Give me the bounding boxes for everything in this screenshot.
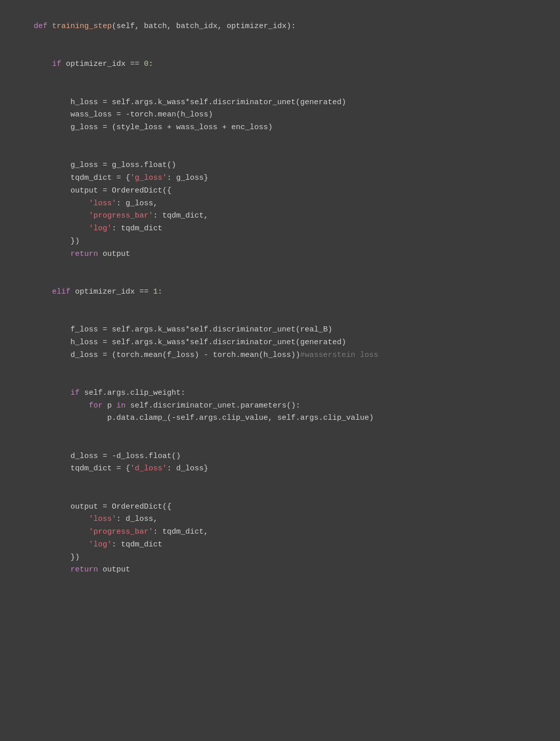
code-empty-line (15, 488, 545, 501)
code-token-plain: d_loss = -d_loss.float() (15, 452, 181, 461)
code-token-plain: g_loss = (style_loss + wass_loss + enc_l… (15, 123, 273, 132)
code-line: if self.args.clip_weight: (15, 387, 545, 400)
code-token-plain (15, 224, 89, 233)
code-token-plain: g_loss = g_loss.float() (15, 161, 176, 170)
code-line: }) (15, 235, 545, 248)
code-token-string: 'g_loss' (130, 174, 167, 182)
code-line: return output (15, 248, 545, 261)
code-token-plain (15, 540, 89, 549)
code-line: return output (15, 564, 545, 577)
code-empty-line (15, 46, 545, 59)
code-line: 'log': tqdm_dict (15, 223, 545, 235)
code-token-plain (15, 250, 70, 258)
code-empty-line (15, 438, 545, 450)
code-empty-line (15, 71, 545, 84)
code-line: wass_loss = -torch.mean(h_loss) (15, 109, 545, 122)
code-token-kw-def: def (34, 22, 47, 31)
code-token-plain (15, 565, 70, 574)
code-token-plain (15, 288, 52, 296)
code-line: 'loss': g_loss, (15, 198, 545, 210)
code-token-plain: optimizer_idx == (61, 60, 144, 68)
code-line: 'loss': d_loss, (15, 513, 545, 526)
code-token-num: 0 (144, 60, 149, 68)
code-token-kw-for: for (89, 401, 103, 410)
code-token-kw-return: return (70, 565, 98, 574)
code-token-plain: : d_loss, (116, 515, 158, 523)
code-token-plain: : (158, 288, 162, 296)
code-line: p.data.clamp_(-self.args.clip_value, sel… (15, 412, 545, 425)
code-line: output = OrderedDict({ (15, 501, 545, 514)
code-token-plain: d_loss = (torch.mean(f_loss) - torch.mea… (15, 351, 300, 360)
code-token-plain (15, 60, 52, 68)
code-empty-line (15, 374, 545, 387)
code-token-plain: (self, batch, batch_idx, optimizer_idx): (112, 22, 296, 31)
code-token-kw-elif: elif (52, 288, 70, 296)
code-token-plain (15, 211, 89, 220)
code-token-plain: output = OrderedDict({ (15, 186, 172, 195)
code-line: 'progress_bar': tqdm_dict, (15, 526, 545, 539)
code-token-plain: h_loss = self.args.k_wass*self.discrimin… (15, 338, 346, 347)
code-token-plain: : g_loss} (167, 174, 208, 182)
code-line: g_loss = (style_loss + wass_loss + enc_l… (15, 122, 545, 134)
code-line: g_loss = g_loss.float() (15, 159, 545, 172)
code-token-plain (15, 528, 89, 536)
code-token-string: 'progress_bar' (89, 528, 153, 536)
code-line: tqdm_dict = {'d_loss': d_loss} (15, 463, 545, 475)
code-token-plain: h_loss = self.args.k_wass*self.discrimin… (15, 98, 346, 107)
code-token-plain (47, 22, 52, 31)
code-line: }) (15, 552, 545, 564)
code-token-kw-return: return (70, 250, 98, 258)
code-line: d_loss = -d_loss.float() (15, 450, 545, 463)
code-token-plain: tqdm_dict = { (15, 464, 130, 473)
code-token-plain: : tqdm_dict (112, 224, 162, 233)
code-line: if optimizer_idx == 0: (15, 58, 545, 71)
code-token-string: 'log' (89, 540, 112, 549)
code-token-string: 'loss' (89, 515, 116, 523)
code-token-plain: }) (15, 237, 80, 246)
code-token-plain: self.args.clip_weight: (80, 389, 185, 397)
code-token-plain: p.data.clamp_(-self.args.clip_value, sel… (15, 414, 374, 422)
code-empty-line (15, 33, 545, 46)
code-empty-line (15, 425, 545, 438)
code-empty-line (15, 299, 545, 312)
code-token-plain: tqdm_dict = { (15, 174, 130, 182)
code-token-plain: output = OrderedDict({ (15, 503, 172, 511)
code-empty-line (15, 311, 545, 324)
code-token-string: 'd_loss' (130, 464, 167, 473)
code-empty-line (15, 147, 545, 160)
code-token-plain: wass_loss = -torch.mean(h_loss) (15, 110, 213, 119)
code-line: 'progress_bar': tqdm_dict, (15, 210, 545, 223)
code-token-plain: : tqdm_dict, (153, 211, 208, 220)
code-line: tqdm_dict = {'g_loss': g_loss} (15, 172, 545, 185)
code-line: d_loss = (torch.mean(f_loss) - torch.mea… (15, 349, 545, 362)
code-line: def training_step(self, batch, batch_idx… (15, 20, 545, 33)
code-line: for p in self.discriminator_unet.paramet… (15, 400, 545, 413)
code-token-plain (15, 22, 34, 31)
code-token-plain: self.discriminator_unet.parameters(): (126, 401, 300, 410)
code-token-num: 1 (153, 288, 158, 296)
code-token-comment: #wasserstein loss (300, 351, 378, 360)
code-token-plain (15, 515, 89, 523)
code-block: def training_step(self, batch, batch_idx… (15, 10, 545, 587)
code-line: output = OrderedDict({ (15, 185, 545, 198)
code-empty-line (15, 260, 545, 273)
code-token-string: 'log' (89, 224, 112, 233)
code-token-plain: }) (15, 553, 80, 562)
code-token-plain: output (98, 250, 130, 258)
code-empty-line (15, 362, 545, 374)
code-line: 'log': tqdm_dict (15, 539, 545, 552)
code-line: h_loss = self.args.k_wass*self.discrimin… (15, 97, 545, 109)
code-token-kw-if: if (52, 60, 61, 68)
code-line: h_loss = self.args.k_wass*self.discrimin… (15, 337, 545, 349)
code-token-plain (15, 401, 89, 410)
code-token-plain: : d_loss} (167, 464, 208, 473)
code-token-plain: : (149, 60, 153, 68)
code-token-string: 'progress_bar' (89, 211, 153, 220)
code-empty-line (15, 84, 545, 97)
code-token-kw-in: in (116, 401, 126, 410)
code-token-string: 'loss' (89, 199, 116, 208)
code-token-plain: f_loss = self.args.k_wass*self.discrimin… (15, 325, 332, 334)
code-token-kw-if: if (70, 389, 80, 397)
code-token-plain (15, 389, 70, 397)
code-token-plain: : tqdm_dict (112, 540, 162, 549)
